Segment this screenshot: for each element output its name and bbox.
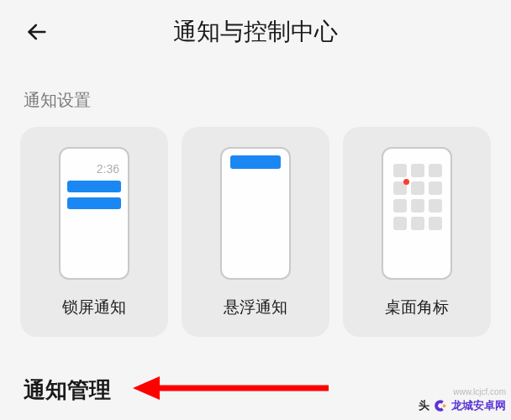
card-badge[interactable]: 桌面角标 [343,127,491,337]
arrow-left-icon [25,20,49,44]
floating-preview-icon [220,147,291,280]
lockscreen-bar-icon [67,197,121,209]
watermark-logo-icon [433,398,448,413]
lockscreen-time: 2:36 [97,162,119,176]
section-label: 通知设置 [0,64,511,127]
badge-dot-icon [393,181,407,195]
watermark-brand: 龙城安卓网 [451,398,506,413]
lockscreen-preview-icon: 2:36 [59,147,129,280]
header: 通知与控制中心 [0,0,511,64]
annotation-arrow-icon [131,371,333,405]
watermark-url: www.lcjcf.com [453,387,506,396]
card-label: 悬浮通知 [224,297,287,318]
back-button[interactable] [20,15,54,49]
watermark: 头 龙城安卓网 [419,398,506,413]
svg-point-3 [443,404,446,407]
notification-cards: 2:36 锁屏通知 悬浮通知 桌面角标 [0,127,511,337]
svg-marker-2 [133,376,160,400]
badge-preview-icon [382,147,452,280]
card-floating[interactable]: 悬浮通知 [182,127,329,337]
card-label: 桌面角标 [385,297,449,318]
notification-management-heading[interactable]: 通知管理 [24,375,111,405]
watermark-head: 头 [419,398,429,413]
card-lockscreen[interactable]: 2:36 锁屏通知 [20,127,168,337]
home-grid-icon [393,164,440,230]
floating-bar-icon [230,155,281,169]
card-label: 锁屏通知 [62,297,126,318]
lockscreen-bar-icon [67,181,121,192]
page-title: 通知与控制中心 [54,16,457,48]
